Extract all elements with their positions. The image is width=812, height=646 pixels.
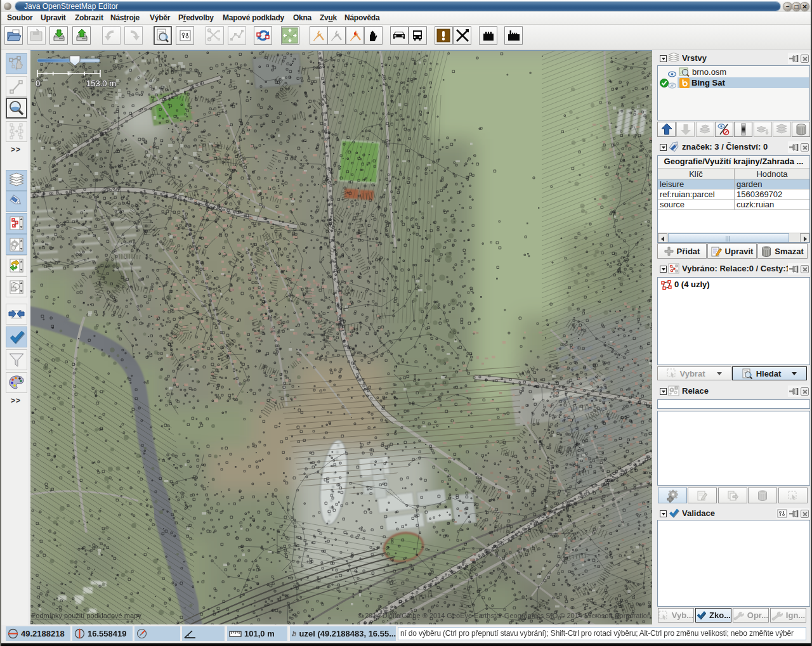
svg-text:Podmínky použití podkladové ma: Podmínky použití podkladové mapy: [31, 612, 141, 619]
svg-text:153.0 m: 153.0 m: [86, 79, 116, 88]
svg-text:0: 0: [36, 79, 40, 88]
svg-text:© 2014 DigitalGlobe © 2014 Geo: © 2014 DigitalGlobe © 2014 GeoEye Earths…: [358, 612, 651, 619]
